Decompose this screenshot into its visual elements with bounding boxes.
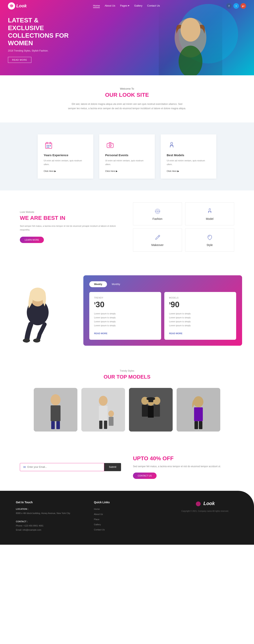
svg-point-35 [51,394,61,405]
plan-read-more-1[interactable]: READ MORE [169,332,182,334]
svg-point-32 [23,338,30,342]
svg-point-40 [99,396,108,406]
plan-feature-1-3: Lorem ipsum is simply [169,324,231,328]
location-label: LOCATION : [16,508,28,510]
footer-link-gallery[interactable]: Gallery [94,522,160,526]
model-image-3 [177,388,220,432]
models-title: OUR TOP MODELS [16,374,238,380]
twitter-btn[interactable]: t [233,3,239,9]
feature-card-0: Years Experience Ut enim ad minim veniam… [38,134,93,178]
pricing-cards: TRENDY $ 30 Lorem ipsum is simply Lorem … [89,292,236,340]
feature-card-2: Best Models Ut enim ad minim veniam, qui… [161,134,216,178]
nav-about[interactable]: About Us [105,4,115,8]
feature-card-1: Personal Events Ut enim ad minim veniam,… [99,134,155,178]
nav-home[interactable]: Home [93,4,100,8]
svg-point-33 [33,338,40,342]
feature-title-0: Years Experience [44,154,87,157]
pricing-box: Weekly Monthly TRENDY $ 30 Lorem ipsum i… [83,275,242,346]
hero-model-image [159,2,222,75]
footer-links-list: Home About Us Place Gallery Contact Us [94,507,160,531]
googleplus-btn[interactable]: g+ [240,3,246,9]
best-card-fashion: Fashion [133,202,182,225]
fashion-label: Fashion [153,217,162,220]
email-submit-button[interactable]: Submit [104,463,121,471]
hero-read-more-button[interactable]: READ MORE [8,57,31,63]
pricing-card-models: MODELS $ 90 Lorem ipsum is simply Lorem … [164,292,236,340]
features-grid: Years Experience Ut enim ad minim veniam… [20,134,234,178]
feature-link-0[interactable]: Click Here [44,170,56,172]
camera-icon [105,140,115,150]
svg-rect-8 [47,145,48,146]
plan-feature-0-0: Lorem ipsum is simply [94,312,156,316]
plan-category-0: TRENDY [94,297,156,299]
footer-link-place[interactable]: Place [94,517,160,521]
best-card-makeover: Makeover [133,228,182,252]
calendar-icon [44,140,54,150]
features-section: Years Experience Ut enim ad minim veniam… [0,122,254,190]
models-section: Trendy Styles OUR TOP MODELS [0,358,254,444]
svg-rect-37 [51,421,55,429]
footer-copyright: Copyright © 2021, Company name All right… [181,510,229,512]
pricing-section: Weekly Monthly TRENDY $ 30 Lorem ipsum i… [0,264,254,358]
feature-link-2[interactable]: Click Here [167,170,179,172]
svg-rect-11 [47,147,48,148]
learn-more-button[interactable]: LEARN MORE [20,237,44,243]
svg-point-60 [196,502,201,506]
style-icon [206,234,214,242]
footer: Get In Touch LOCATION : 8080 e 4th block… [0,491,254,545]
svg-rect-42 [99,420,102,429]
best-cards: Fashion Model Makeover [133,202,234,252]
email-icon: ✉ [23,465,26,469]
svg-rect-10 [50,145,51,146]
plan-feature-1-0: Lorem ipsum is simply [169,312,231,316]
pricing-content: Weekly Monthly TRENDY $ 30 Lorem ipsum i… [83,275,242,346]
best-title: WE ARE BEST IN [20,215,121,222]
models-grid [16,388,238,432]
svg-point-56 [193,396,203,407]
contact-us-button[interactable]: CONTACT US [133,472,157,479]
svg-rect-52 [154,405,160,417]
plan-feature-0-3: Lorem ipsum is simply [94,324,156,328]
facebook-btn[interactable]: f [226,3,232,9]
nav-links: Home About Us Pages ▾ Gallery Contact Us [93,4,160,8]
plan-feature-1-2: Lorem ipsum is simply [169,320,231,324]
offer-right: UPTO 40% OFF Sed semper feli matus, a la… [133,455,234,479]
offer-text: Sed semper feli matus, a lacinia eros te… [133,464,234,469]
best-left: Look Website WE ARE BEST IN Sed semper f… [20,211,121,243]
footer-contact-info: LOCATION : 8080 e 4th block building, Ho… [16,507,82,532]
email-input[interactable] [27,466,101,468]
footer-contact-title: Get In Touch [16,501,82,504]
svg-rect-54 [148,398,153,402]
models-subtitle: Trendy Styles [16,370,238,372]
svg-line-28 [158,236,159,237]
logo[interactable]: L Look [8,2,27,10]
footer-logo-text: Look [195,501,215,506]
best-section: Look Website WE ARE BEST IN Sed semper f… [0,190,254,264]
feature-link-1[interactable]: Click Here [105,170,117,172]
footer-link-contact[interactable]: Contact Us [94,528,160,531]
svg-rect-48 [142,405,148,417]
plan-read-more-0[interactable]: READ MORE [94,332,107,334]
best-card-model: Model [185,202,234,225]
svg-rect-43 [104,420,107,429]
svg-point-25 [209,208,210,210]
svg-point-16 [112,144,113,145]
monthly-tab[interactable]: Monthly [107,281,125,287]
nav-pages[interactable]: Pages ▾ [120,4,129,8]
svg-point-22 [157,211,158,212]
feature-text-2: Ut enim ad minim veniam, quis nostrum ul… [167,159,210,166]
svg-rect-9 [48,145,49,146]
hero-content: LATEST & EXCLUSIVE COLLECTIONS FOR WOMEN… [0,4,83,71]
best-site-label: Look Website [20,211,121,214]
svg-point-17 [171,142,173,144]
svg-rect-5 [46,143,52,145]
nav-gallery[interactable]: Gallery [134,4,142,8]
feature-text-1: Ut enim ad minim veniam, quis nostrum ul… [105,159,149,166]
style-label: Style [206,244,213,246]
svg-rect-38 [56,421,60,429]
svg-rect-41 [99,406,108,420]
footer-link-about[interactable]: About Us [94,512,160,516]
footer-link-home[interactable]: Home [94,507,160,510]
nav-contact[interactable]: Contact Us [147,4,160,8]
weekly-tab[interactable]: Weekly [89,281,107,287]
